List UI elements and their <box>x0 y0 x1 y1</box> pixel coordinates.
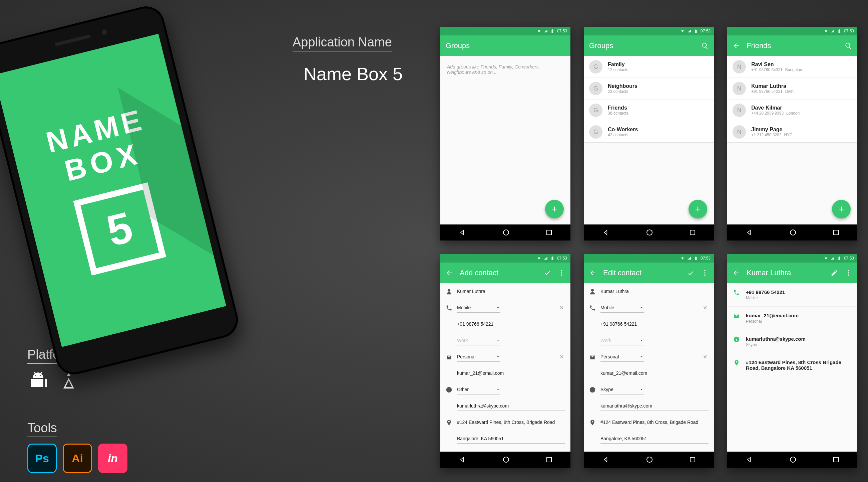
im-type-select[interactable]: Skype <box>600 385 644 395</box>
remove-phone-icon[interactable]: ✕ <box>702 305 709 311</box>
phone-icon <box>589 305 596 311</box>
group-list-item[interactable]: G Family 12 contacts <box>584 56 714 78</box>
nav-home-icon[interactable] <box>790 229 796 235</box>
chevron-down-icon <box>496 355 500 359</box>
svg-point-7 <box>590 387 595 393</box>
im-input[interactable]: kumarluthra@skype.com <box>600 401 709 411</box>
nav-recent-icon[interactable] <box>547 230 552 235</box>
fab-add[interactable]: + <box>832 200 851 219</box>
fab-add[interactable]: + <box>688 200 707 219</box>
nav-back-icon[interactable] <box>459 229 466 236</box>
signal-icon <box>687 29 691 33</box>
chevron-down-icon <box>496 305 500 310</box>
contact-list-item[interactable]: N Ravi Sen +91 98760 54321Bangalore <box>727 56 857 78</box>
svg-point-2 <box>561 275 562 276</box>
nav-recent-icon[interactable] <box>833 230 839 235</box>
back-arrow-icon[interactable] <box>733 269 740 277</box>
contact-list-item[interactable]: N Jimmy Page +1 212 450 3202NYC <box>727 121 857 143</box>
im-input[interactable]: kumarluthra@skype.com <box>457 401 565 411</box>
android-nav-bar <box>584 452 714 467</box>
wifi-icon <box>681 256 684 260</box>
status-bar: 07:53 <box>584 254 714 262</box>
screen-edit-contact: 07:53 Edit contact Kumar Luthra Mobile ✕… <box>584 254 714 467</box>
detail-phone-row[interactable]: +91 98766 54221 Mobile <box>727 283 857 307</box>
battery-icon <box>837 256 841 260</box>
address1-input[interactable]: #124 Eastward Pines, 8th Cross, Brigade … <box>600 418 709 427</box>
group-list-item[interactable]: G Friends 38 contacts <box>584 99 714 121</box>
nav-recent-icon[interactable] <box>690 457 695 462</box>
detail-email-row[interactable]: kumar_21@email.com Personal <box>727 307 857 330</box>
search-icon[interactable] <box>845 42 852 50</box>
status-time: 07:53 <box>557 256 567 260</box>
appbar-title: Groups <box>589 41 613 50</box>
person-icon <box>446 288 452 295</box>
email-input[interactable]: kumar_21@email.com <box>457 368 565 378</box>
svg-point-6 <box>704 275 706 276</box>
im-type-select[interactable]: Other <box>457 385 500 395</box>
more-icon[interactable] <box>701 269 709 277</box>
email-input[interactable]: kumar_21@email.com <box>600 368 709 378</box>
remove-email-icon[interactable]: ✕ <box>558 354 565 360</box>
android-nav-bar <box>440 224 570 240</box>
contact-list-item[interactable]: N Kumar Luthra +91 98766 54221Delhi <box>727 78 857 99</box>
address2-input[interactable]: Bangalore, KA 560051 <box>457 434 565 444</box>
nav-recent-icon[interactable] <box>690 230 695 235</box>
done-icon[interactable] <box>544 269 551 277</box>
group-list-item[interactable]: G Neighbours 23 contacts <box>584 78 714 99</box>
phone-input[interactable]: +91 98766 54221 <box>457 319 565 329</box>
phone-input[interactable]: +91 98766 54221 <box>600 319 709 329</box>
nav-recent-icon[interactable] <box>833 457 839 462</box>
nav-back-icon[interactable] <box>746 456 752 463</box>
detail-address-row[interactable]: #124 Eastward Pines, 8th Cross Brigade R… <box>727 353 857 377</box>
address2-input[interactable]: Bangalore, KA 560051 <box>600 434 709 444</box>
appbar-title: Groups <box>446 41 470 50</box>
group-list-item[interactable]: G Co-Workers 42 contacts <box>584 121 714 143</box>
phone-type-select[interactable]: Mobile <box>457 303 500 313</box>
remove-email-icon[interactable]: ✕ <box>702 354 709 360</box>
nav-recent-icon[interactable] <box>547 457 552 462</box>
detail-im-row[interactable]: kumarluthra@skype.com Skype <box>727 330 857 353</box>
svg-point-5 <box>704 272 706 274</box>
search-icon[interactable] <box>701 42 709 50</box>
svg-rect-13 <box>736 338 737 338</box>
back-arrow-icon[interactable] <box>589 269 596 277</box>
back-arrow-icon[interactable] <box>733 42 740 50</box>
nav-back-icon[interactable] <box>602 456 609 463</box>
phone-type2-select[interactable]: Work <box>457 336 500 345</box>
group-name: Neighbours <box>608 83 638 89</box>
nav-home-icon[interactable] <box>503 229 509 235</box>
nav-home-icon[interactable] <box>647 229 652 235</box>
nav-back-icon[interactable] <box>746 229 752 236</box>
location-icon <box>589 419 596 426</box>
nav-home-icon[interactable] <box>503 457 509 463</box>
nav-home-icon[interactable] <box>790 457 796 463</box>
nav-home-icon[interactable] <box>647 457 652 463</box>
name-input[interactable]: Kumar Luthra <box>457 287 565 296</box>
splash-screen: NAME BOX 5 <box>0 34 226 347</box>
more-icon[interactable] <box>558 269 565 277</box>
contact-avatar: N <box>733 125 746 139</box>
email-icon <box>589 354 596 361</box>
back-arrow-icon[interactable] <box>446 269 453 277</box>
name-input[interactable]: Kumar Luthra <box>600 287 709 296</box>
app-bar: Groups <box>440 35 570 56</box>
phone-type-select[interactable]: Mobile <box>600 303 644 313</box>
hero-label: Application Name <box>292 35 392 52</box>
phone-type2-select[interactable]: Work <box>600 336 644 345</box>
detail-im-label: Skype <box>746 342 806 347</box>
app-bar: Groups <box>584 35 714 56</box>
status-time: 07:53 <box>701 29 711 33</box>
phone-icon <box>446 305 452 311</box>
email-type-select[interactable]: Personal <box>457 352 500 362</box>
done-icon[interactable] <box>687 269 694 277</box>
nav-back-icon[interactable] <box>459 456 466 463</box>
email-type-select[interactable]: Personal <box>600 352 644 362</box>
edit-icon[interactable] <box>831 269 838 277</box>
fab-add[interactable]: + <box>545 200 564 219</box>
more-icon[interactable] <box>845 269 852 277</box>
address1-input[interactable]: #124 Eastward Pines, 8th Cross, Brigade … <box>457 418 565 427</box>
nav-back-icon[interactable] <box>602 229 609 236</box>
detail-address-value: #124 Eastward Pines, 8th Cross Brigade R… <box>746 360 851 371</box>
remove-phone-icon[interactable]: ✕ <box>558 305 565 311</box>
contact-list-item[interactable]: N Dave Kilmar +44 20 2939 9393London <box>727 99 857 121</box>
